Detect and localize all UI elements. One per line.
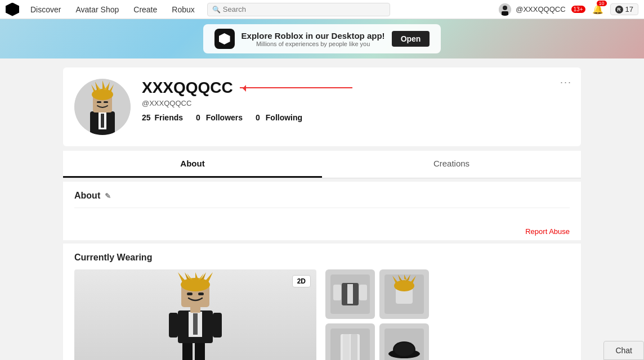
about-panel: About ✎ xyxy=(63,182,581,223)
toggle-2d-button[interactable]: 2D xyxy=(292,275,311,287)
tab-about[interactable]: About xyxy=(63,151,322,178)
robux-count: 17 xyxy=(625,5,633,14)
navbar-right: @XXXQQQCC 13+ 🔔 10 R 17 xyxy=(499,2,638,17)
profile-options-button[interactable]: ··· xyxy=(560,76,572,88)
banner-subtitle: Millions of experiences by people like y… xyxy=(242,40,385,47)
profile-username: @XXXQQQCC xyxy=(142,99,570,107)
svg-rect-22 xyxy=(213,313,222,338)
svg-point-1 xyxy=(503,6,507,10)
profile-avatar xyxy=(74,79,131,135)
nav-item-robux[interactable]: Robux xyxy=(165,0,201,19)
svg-rect-29 xyxy=(198,292,204,295)
search-icon: 🔍 xyxy=(212,6,221,14)
avatar xyxy=(499,3,511,16)
roblox-logo-icon xyxy=(6,3,19,16)
wearing-title: Currently Wearing xyxy=(74,253,570,263)
svg-rect-2 xyxy=(502,11,508,16)
friends-label: Friends xyxy=(154,113,183,122)
nav-item-avatar-shop[interactable]: Avatar Shop xyxy=(69,0,126,19)
banner-open-button[interactable]: Open xyxy=(392,31,430,47)
svg-rect-6 xyxy=(101,114,104,128)
item-pants[interactable] xyxy=(325,323,375,360)
svg-rect-25 xyxy=(193,313,198,335)
chat-button[interactable]: Chat xyxy=(603,341,644,360)
wearing-content: 2D xyxy=(74,269,570,360)
svg-point-30 xyxy=(181,278,210,291)
report-abuse-link[interactable]: Report Abuse xyxy=(63,223,581,240)
followers-stat[interactable]: 0 Followers xyxy=(196,113,244,122)
svg-marker-31 xyxy=(178,272,186,282)
banner-text: Explore Roblox in our Desktop app! Milli… xyxy=(242,31,385,47)
age-badge: 13+ xyxy=(571,6,585,13)
navbar-username[interactable]: @XXXQQQCC xyxy=(516,5,565,14)
svg-rect-44 xyxy=(347,284,353,304)
tab-creations[interactable]: Creations xyxy=(322,151,581,178)
svg-point-60 xyxy=(394,343,414,356)
svg-rect-21 xyxy=(169,313,178,338)
wearing-avatar-svg xyxy=(153,272,238,360)
wearing-section: Currently Wearing 2D xyxy=(63,244,581,360)
svg-rect-56 xyxy=(351,334,357,360)
followers-label-text: Followers xyxy=(206,113,243,122)
edit-icon[interactable]: ✎ xyxy=(105,192,111,200)
profile-info: XXXQQQCC @XXXQQQCC 25 Friends 0 Follower… xyxy=(142,79,570,122)
search-input[interactable] xyxy=(223,5,385,14)
banner: Explore Roblox in our Desktop app! Milli… xyxy=(0,19,644,58)
navbar: Discover Avatar Shop Create Robux 🔍 @XXX… xyxy=(0,0,644,19)
svg-rect-55 xyxy=(343,334,350,360)
arrow-annotation xyxy=(240,87,352,88)
svg-rect-41 xyxy=(359,285,367,300)
banner-ad: Explore Roblox in our Desktop app! Milli… xyxy=(203,24,441,53)
item-hair[interactable] xyxy=(379,269,429,319)
main-content: XXXQQQCC @XXXQQQCC 25 Friends 0 Follower… xyxy=(63,58,581,360)
banner-title: Explore Roblox in our Desktop app! xyxy=(242,31,385,40)
item-shirt[interactable] xyxy=(325,269,375,319)
search-bar[interactable]: 🔍 xyxy=(207,3,390,16)
profile-display-name: XXXQQQCC xyxy=(142,79,233,97)
nav-items: Discover Avatar Shop Create Robux xyxy=(24,0,202,19)
following-stat[interactable]: 0 Following xyxy=(256,113,304,122)
friends-stat[interactable]: 25 Friends xyxy=(142,113,185,122)
svg-rect-28 xyxy=(187,292,193,295)
profile-display-name-row: XXXQQQCC xyxy=(142,79,570,97)
robux-icon: R xyxy=(615,6,623,14)
svg-rect-40 xyxy=(333,285,341,300)
profile-tabs: About Creations xyxy=(63,151,581,178)
followers-count: 0 xyxy=(196,113,200,122)
following-count: 0 xyxy=(256,113,260,122)
robux-button[interactable]: R 17 xyxy=(610,3,638,15)
roblox-logo-white-icon xyxy=(219,33,230,44)
following-label-text: Following xyxy=(266,113,302,122)
banner-logo xyxy=(214,29,235,49)
about-title: About ✎ xyxy=(74,191,570,208)
friends-count: 25 xyxy=(142,113,151,122)
items-grid xyxy=(325,269,429,360)
notif-count: 10 xyxy=(597,1,607,6)
nav-item-create[interactable]: Create xyxy=(127,0,164,19)
nav-item-discover[interactable]: Discover xyxy=(24,0,68,19)
svg-rect-8 xyxy=(97,101,101,103)
profile-stats: 25 Friends 0 Followers 0 Following xyxy=(142,113,570,122)
svg-marker-33 xyxy=(195,272,198,279)
about-title-text: About xyxy=(74,191,100,201)
item-hat[interactable] xyxy=(379,323,429,360)
profile-card: XXXQQQCC @XXXQQQCC 25 Friends 0 Follower… xyxy=(63,68,581,146)
arrow-line xyxy=(240,87,352,88)
svg-marker-35 xyxy=(205,272,213,282)
avatar-preview: 2D xyxy=(74,269,316,360)
profile-avatar-svg xyxy=(74,79,131,135)
notifications-button[interactable]: 🔔 10 xyxy=(590,2,606,17)
svg-rect-9 xyxy=(104,101,108,103)
